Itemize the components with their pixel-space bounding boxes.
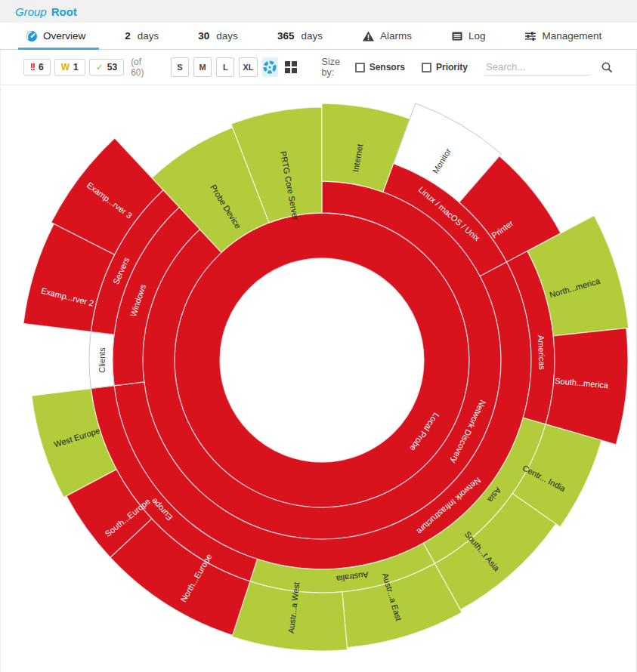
tab-label: Management bbox=[542, 30, 601, 42]
status-badge-warnings[interactable]: W 1 bbox=[54, 59, 85, 76]
content-panel: !! 6 W 1 ✓ 53 (of 60) S M L XL Size by: … bbox=[0, 50, 637, 672]
log-icon bbox=[451, 30, 463, 42]
priority-checkbox-label: Priority bbox=[436, 62, 468, 72]
error-count: 6 bbox=[39, 62, 44, 72]
size-button-l[interactable]: L bbox=[216, 57, 234, 77]
tab-label: days bbox=[138, 30, 159, 42]
breadcrumb-group-type: Group bbox=[15, 5, 47, 18]
sunburst-chart: Local ProbeNetwork DiscoveryProbe Device… bbox=[1, 85, 637, 671]
segment-label-clients: Clients bbox=[97, 347, 107, 373]
check-icon: ✓ bbox=[96, 62, 104, 72]
error-icon: !! bbox=[30, 62, 35, 72]
tab-365-days[interactable]: 365 days bbox=[274, 23, 326, 49]
management-icon bbox=[524, 30, 537, 42]
warning-icon: W bbox=[61, 62, 70, 72]
tab-number: 30 bbox=[198, 30, 209, 42]
tab-label: Overview bbox=[43, 30, 85, 42]
size-button-xl[interactable]: XL bbox=[239, 57, 257, 77]
search-icon[interactable] bbox=[601, 61, 614, 74]
size-by-label: Size by: bbox=[322, 57, 348, 78]
tab-alarms[interactable]: Alarms bbox=[359, 23, 415, 49]
total-count-label: (of 60) bbox=[131, 57, 151, 78]
search-area bbox=[484, 59, 614, 76]
priority-checkbox-box[interactable] bbox=[422, 63, 431, 72]
breadcrumb: Group Root bbox=[0, 0, 637, 23]
search-input[interactable] bbox=[484, 59, 590, 76]
segment-label-americas: Americas bbox=[537, 335, 547, 371]
tab-number: 2 bbox=[125, 30, 131, 42]
alarm-icon bbox=[362, 30, 375, 42]
sunburst-svg: Local ProbeNetwork DiscoveryProbe Device… bbox=[1, 85, 637, 671]
sensors-checkbox-label: Sensors bbox=[370, 62, 405, 72]
gauge-icon bbox=[26, 30, 38, 42]
checkbox-priority[interactable]: Priority bbox=[422, 62, 468, 72]
status-badge-ok[interactable]: ✓ 53 bbox=[89, 59, 124, 76]
size-button-s[interactable]: S bbox=[171, 57, 189, 77]
sunburst-view-icon[interactable] bbox=[262, 57, 278, 77]
tab-number: 365 bbox=[277, 30, 295, 42]
ok-count: 53 bbox=[107, 62, 117, 72]
sensors-checkbox-box[interactable] bbox=[355, 63, 365, 72]
tab-log[interactable]: Log bbox=[448, 23, 489, 49]
tab-label: days bbox=[301, 30, 323, 42]
tab-2-days[interactable]: 2 days bbox=[122, 23, 162, 49]
size-button-m[interactable]: M bbox=[193, 57, 212, 77]
tab-overview[interactable]: Overview bbox=[23, 23, 88, 49]
tab-label: Log bbox=[468, 30, 486, 42]
tab-bar: Overview 2 days 30 days 365 days Alarms … bbox=[0, 23, 637, 50]
checkbox-sensors[interactable]: Sensors bbox=[355, 62, 405, 72]
tab-30-days[interactable]: 30 days bbox=[195, 23, 241, 49]
segment-local-probe[interactable] bbox=[175, 213, 469, 507]
tab-label: days bbox=[216, 30, 238, 42]
tab-label: Alarms bbox=[380, 30, 412, 42]
warning-count: 1 bbox=[73, 62, 79, 72]
tab-management[interactable]: Management bbox=[521, 23, 605, 49]
breadcrumb-group-name[interactable]: Root bbox=[51, 5, 77, 18]
treemap-view-icon[interactable] bbox=[283, 57, 298, 77]
toolbar: !! 6 W 1 ✓ 53 (of 60) S M L XL Size by: … bbox=[1, 50, 636, 85]
status-badge-errors[interactable]: !! 6 bbox=[23, 59, 51, 76]
